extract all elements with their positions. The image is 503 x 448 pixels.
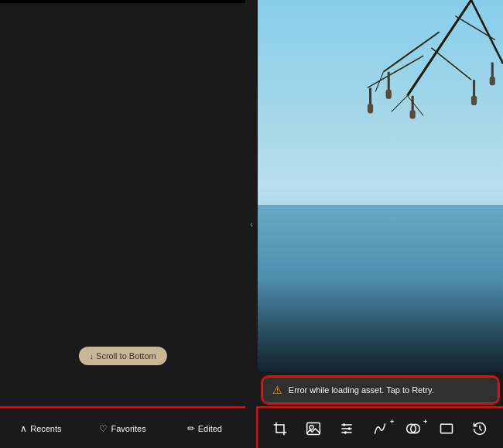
chevron-left-icon: ‹ xyxy=(250,219,253,230)
photo-tool-button[interactable] xyxy=(299,418,327,439)
svg-line-1 xyxy=(471,0,503,63)
history-icon xyxy=(472,421,488,436)
filter-tool-button[interactable]: + xyxy=(366,418,394,439)
svg-line-16 xyxy=(392,96,408,112)
svg-rect-11 xyxy=(409,110,415,118)
pencil-icon: ✏ xyxy=(187,423,195,434)
plus-badge: + xyxy=(390,418,394,426)
svg-line-2 xyxy=(383,32,439,72)
svg-rect-7 xyxy=(385,89,391,98)
tab-favorites[interactable]: ♡ Favorites xyxy=(82,417,164,440)
chevron-up-icon: ∧ xyxy=(20,423,27,434)
svg-point-20 xyxy=(310,425,313,429)
svg-point-24 xyxy=(343,423,345,426)
svg-point-25 xyxy=(348,427,351,429)
svg-rect-12 xyxy=(473,80,475,97)
svg-rect-6 xyxy=(388,72,390,92)
photo-icon xyxy=(306,421,321,436)
bottom-tab-bar: ∧ Recents ♡ Favorites ✏ Edited xyxy=(0,408,245,448)
left-panel: 00:22 00:22 xyxy=(0,0,245,448)
warning-icon: ⚠ xyxy=(272,384,282,396)
tab-favorites-label: Favorites xyxy=(111,424,145,433)
scroll-to-bottom-button[interactable]: ↓ Scroll to Bottom xyxy=(78,347,166,365)
svg-rect-15 xyxy=(489,77,494,85)
photo-grid: 00:22 00:22 xyxy=(0,0,245,3)
svg-point-26 xyxy=(344,431,347,433)
photo-grid-wrapper: 00:22 00:22 xyxy=(0,0,245,408)
aspect-ratio-icon xyxy=(439,421,454,436)
svg-rect-29 xyxy=(441,424,453,433)
error-banner[interactable]: ⚠ Error while loading asset. Tap to Retr… xyxy=(262,377,498,403)
svg-line-5 xyxy=(431,48,471,80)
adjust-tool-button[interactable] xyxy=(333,418,361,439)
panel-separator[interactable]: ‹ xyxy=(245,0,258,448)
svg-rect-14 xyxy=(491,62,494,78)
history-tool-button[interactable] xyxy=(466,418,494,439)
plus-badge-2: + xyxy=(423,418,427,426)
curve-icon xyxy=(372,421,388,436)
tab-recents[interactable]: ∧ Recents xyxy=(0,417,82,440)
preview-area[interactable] xyxy=(258,0,503,372)
error-message: Error while loading asset. Tap to Retry. xyxy=(289,385,434,395)
overlay-tool-button[interactable]: + xyxy=(399,418,427,439)
tree-branches-svg xyxy=(344,0,503,224)
svg-line-3 xyxy=(455,16,495,40)
sliders-icon xyxy=(339,421,354,436)
scroll-to-bottom-container: ↓ Scroll to Bottom xyxy=(78,347,166,365)
svg-rect-9 xyxy=(368,104,373,113)
tab-recents-label: Recents xyxy=(30,424,61,433)
crop-icon xyxy=(272,421,288,436)
blend-icon xyxy=(405,421,421,436)
format-tool-button[interactable] xyxy=(433,418,460,439)
tab-edited[interactable]: ✏ Edited xyxy=(163,417,245,440)
right-panel: ⚠ Error while loading asset. Tap to Retr… xyxy=(258,0,503,448)
tab-edited-label: Edited xyxy=(198,424,222,433)
svg-rect-8 xyxy=(369,87,371,105)
svg-line-18 xyxy=(375,72,383,92)
crop-tool-button[interactable] xyxy=(266,418,294,439)
svg-rect-13 xyxy=(471,96,477,105)
heart-icon: ♡ xyxy=(99,423,108,434)
right-toolbar: + + xyxy=(258,408,503,448)
